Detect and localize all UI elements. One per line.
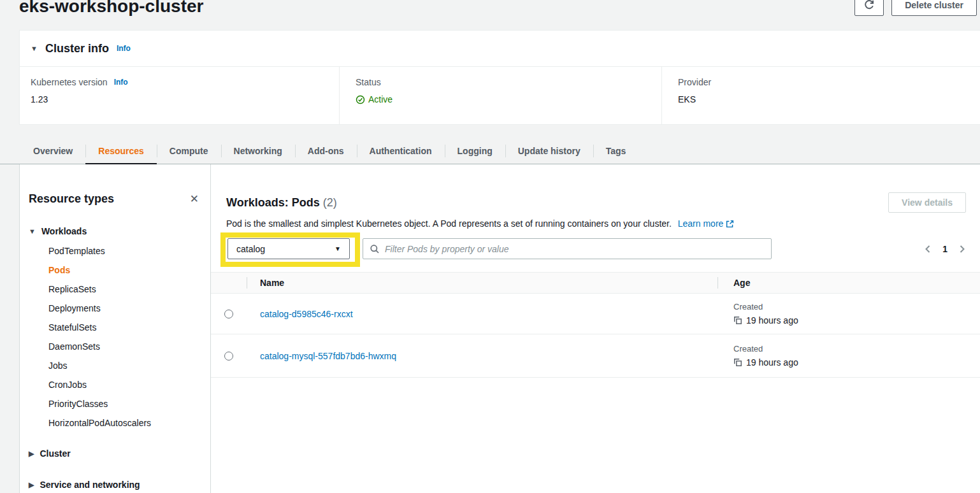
tab-update-history[interactable]: Update history [505, 138, 593, 164]
refresh-button[interactable] [854, 0, 884, 16]
tab-overview[interactable]: Overview [20, 138, 85, 164]
provider-label: Provider [678, 77, 711, 87]
sidebar-item-podtemplates[interactable]: PodTemplates [48, 246, 201, 255]
provider-value: EKS [678, 94, 980, 104]
sidebar-item-statefulsets[interactable]: StatefulSets [48, 323, 201, 332]
provider-field: Provider EKS [661, 67, 980, 124]
pagination: 1 [924, 238, 966, 259]
tab-resources[interactable]: Resources [85, 138, 157, 164]
eks-console-page: eks-workshop-cluster Delete cluster ▼ Cl… [0, 0, 980, 493]
caret-right-icon: ▶ [29, 450, 34, 458]
caret-down-icon: ▼ [29, 227, 36, 235]
page-number[interactable]: 1 [942, 244, 948, 254]
sidebar-item-replicasets[interactable]: ReplicaSets [48, 285, 201, 294]
pods-filter-input[interactable] [385, 244, 765, 254]
pods-count: (2) [323, 196, 337, 209]
filter-row: catalog ▼ 1 [226, 232, 966, 267]
learn-more-link[interactable]: Learn more [678, 218, 724, 229]
dropdown-value: catalog [236, 244, 265, 254]
pods-search-box [363, 238, 772, 259]
resource-filter-dropdown[interactable]: catalog ▼ [227, 238, 350, 259]
pod-link[interactable]: catalog-d5985c46-rxcxt [260, 309, 353, 319]
tab-authentication[interactable]: Authentication [357, 138, 445, 164]
age-created-label: Created [733, 302, 980, 311]
close-icon[interactable]: ✕ [187, 192, 201, 206]
sidebar-item-pods[interactable]: Pods [48, 266, 201, 275]
sidebar-item-deployments[interactable]: Deployments [48, 304, 201, 313]
tab-add-ons[interactable]: Add-ons [295, 138, 357, 164]
sidebar-group-cluster[interactable]: ▶ Cluster [29, 448, 201, 459]
sidebar-item-jobs[interactable]: Jobs [48, 361, 201, 370]
tab-logging[interactable]: Logging [445, 138, 505, 164]
refresh-icon [863, 0, 875, 11]
resource-types-title: Resource types [29, 192, 114, 206]
sidebar-item-daemonsets[interactable]: DaemonSets [48, 342, 201, 351]
row-radio-button[interactable] [224, 352, 233, 361]
resource-types-sidebar: Resource types ✕ ▼ Workloads PodTemplate… [20, 164, 211, 493]
status-field: Status Active [339, 67, 661, 124]
table-row: catalog-d5985c46-rxcxt Created 19 hours … [211, 294, 980, 334]
row-radio-button[interactable] [224, 310, 233, 318]
status-badge: Active [356, 94, 661, 104]
pods-description: Pod is the smallest and simplest Kuberne… [226, 218, 966, 230]
kubernetes-version-info-link[interactable]: Info [114, 78, 128, 87]
age-created-label: Created [733, 344, 980, 354]
sidebar-group-workloads[interactable]: ▼ Workloads [29, 226, 201, 236]
tab-compute[interactable]: Compute [157, 138, 221, 164]
pods-table: Name Age catalog-d5985c46-rxcxt Created [211, 272, 980, 378]
sidebar-item-cronjobs[interactable]: CronJobs [48, 380, 201, 389]
age-cell: Created 19 hours ago [717, 344, 980, 368]
tab-tags[interactable]: Tags [593, 138, 639, 164]
sidebar-group-service-and-networking[interactable]: ▶ Service and networking [29, 480, 201, 490]
workloads-item-list: PodTemplates Pods ReplicaSets Deployment… [48, 246, 201, 427]
pod-link[interactable]: catalog-mysql-557fdb7bd6-hwxmq [260, 351, 396, 361]
kubernetes-version-value: 1.23 [31, 94, 339, 104]
copy-icon[interactable] [733, 316, 742, 325]
cluster-info-info-link[interactable]: Info [117, 44, 131, 53]
column-header-name: Name [247, 278, 717, 288]
kubernetes-version-field: Kubernetes version Info 1.23 [20, 67, 339, 124]
chevron-right-icon[interactable] [958, 245, 966, 254]
delete-cluster-button[interactable]: Delete cluster [891, 0, 977, 16]
copy-icon[interactable] [733, 358, 742, 367]
page-header: eks-workshop-cluster Delete cluster [0, 0, 980, 30]
header-actions: Delete cluster [854, 0, 977, 16]
age-cell: Created 19 hours ago [717, 302, 980, 325]
resources-panel: Resource types ✕ ▼ Workloads PodTemplate… [19, 164, 980, 493]
chevron-left-icon[interactable] [924, 245, 932, 254]
caret-down-icon: ▼ [335, 245, 341, 252]
sidebar-item-horizontalpodautoscalers[interactable]: HorizontalPodAutoscalers [48, 418, 201, 427]
caret-right-icon: ▶ [29, 481, 34, 489]
check-circle-icon [356, 95, 365, 104]
table-row: catalog-mysql-557fdb7bd6-hwxmq Created 1… [211, 334, 980, 378]
sidebar-item-priorityclasses[interactable]: PriorityClasses [48, 399, 201, 408]
tab-networking[interactable]: Networking [221, 138, 295, 164]
cluster-info-title: Cluster info [45, 42, 109, 55]
age-value: 19 hours ago [746, 315, 798, 325]
column-header-age: Age [717, 278, 980, 288]
table-header-row: Name Age [211, 272, 980, 294]
cluster-info-header[interactable]: ▼ Cluster info Info [20, 31, 980, 67]
cluster-info-body: Kubernetes version Info 1.23 Status Acti… [20, 67, 980, 124]
status-value: Active [368, 94, 393, 104]
kubernetes-version-label: Kubernetes version [31, 77, 108, 87]
page-title: eks-workshop-cluster [19, 0, 203, 17]
pods-heading: Workloads: Pods (2) [226, 196, 337, 210]
status-label: Status [356, 77, 381, 87]
pods-content: Workloads: Pods (2) View details Pod is … [211, 164, 980, 493]
cluster-info-card: ▼ Cluster info Info Kubernetes version I… [19, 30, 980, 125]
external-link-icon [726, 220, 734, 230]
age-value: 19 hours ago [746, 357, 798, 368]
search-icon [370, 244, 380, 254]
cluster-tabs: Overview Resources Compute Networking Ad… [0, 138, 980, 164]
caret-down-icon: ▼ [31, 45, 38, 52]
view-details-button[interactable]: View details [888, 192, 966, 213]
